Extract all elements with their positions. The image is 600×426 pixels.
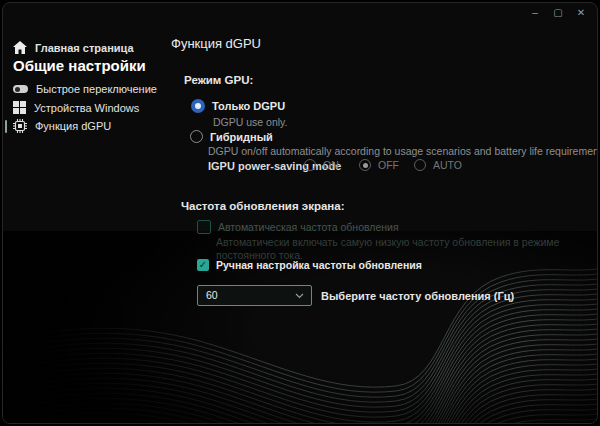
- radio-label: AUTO: [433, 159, 462, 171]
- maximize-button[interactable]: ▢: [551, 6, 565, 20]
- radio-label: Только DGPU: [212, 100, 285, 112]
- checkbox-auto-refresh[interactable]: Автоматическая частота обновления: [197, 220, 399, 234]
- gpu-chip-icon: [13, 119, 27, 133]
- radio-label: Гибридный: [210, 131, 273, 143]
- radio-igpu-on[interactable]: ON: [304, 159, 339, 171]
- sidebar-section-title: Общие настройки: [13, 57, 146, 74]
- radio-hybrid[interactable]: Гибридный: [190, 130, 273, 143]
- radio-igpu-auto[interactable]: AUTO: [414, 159, 462, 171]
- checkbox-manual-refresh[interactable]: ✓ Ручная настройка частоты обновления: [197, 259, 422, 271]
- sidebar-item-home[interactable]: Главная страница: [13, 41, 134, 54]
- gpu-mode-heading: Режим GPU:: [184, 74, 253, 86]
- active-item-indicator: [5, 120, 7, 133]
- checkbox-label: Автоматическая частота обновления: [218, 221, 399, 233]
- sidebar-item-label: Функция dGPU: [35, 120, 111, 132]
- sidebar-item-quick-switch[interactable]: Быстрое переключение: [13, 83, 157, 95]
- checkbox-label: Ручная настройка частоты обновления: [216, 259, 422, 271]
- sidebar-item-label: Устройства Windows: [34, 102, 139, 114]
- close-button[interactable]: ✕: [574, 6, 588, 20]
- window-controls: – ▢ ✕: [528, 6, 588, 20]
- sidebar-item-dgpu-function[interactable]: Функция dGPU: [13, 119, 111, 133]
- radio-disabled-icon: [304, 159, 316, 171]
- refresh-rate-select-label: Выберите частоту обновления (Гц): [321, 290, 514, 302]
- radio-label: ON: [323, 159, 339, 171]
- radio-igpu-off[interactable]: OFF: [359, 159, 399, 171]
- radio-dgpu-only-description: DGPU use only.: [213, 116, 288, 128]
- home-icon: [13, 41, 27, 54]
- page-title: Функция dGPU: [171, 36, 261, 51]
- radio-dgpu-only[interactable]: Только DGPU: [191, 99, 285, 113]
- refresh-rate-value: 60: [206, 289, 218, 301]
- checkbox-checked-icon: ✓: [197, 259, 209, 271]
- radio-hybrid-description: DGPU on/off automatically according to u…: [208, 145, 598, 157]
- refresh-rate-select[interactable]: 60: [197, 285, 312, 306]
- checkbox-unchecked-icon: [197, 220, 211, 234]
- radio-selected-icon: [191, 99, 205, 113]
- radio-label: OFF: [378, 159, 399, 171]
- sidebar-item-label: Главная страница: [35, 42, 134, 54]
- refresh-rate-heading: Частота обновления экрана:: [181, 200, 345, 212]
- main-content: Функция dGPU Режим GPU: Только DGPU DGPU…: [3, 3, 597, 24]
- minimize-button[interactable]: –: [528, 6, 542, 20]
- radio-unselected-icon: [190, 130, 203, 143]
- toggle-icon: [13, 85, 28, 93]
- sidebar-item-label: Быстрое переключение: [36, 83, 157, 95]
- chevron-down-icon: [295, 293, 304, 299]
- app-window: – ▢ ✕ Главная страница Общие настройки Б…: [2, 2, 598, 424]
- sidebar-item-windows-devices[interactable]: Устройства Windows: [13, 101, 139, 114]
- radio-disabled-icon: [414, 159, 426, 171]
- radio-disabled-selected-icon: [359, 159, 371, 171]
- windows-icon: [13, 101, 26, 114]
